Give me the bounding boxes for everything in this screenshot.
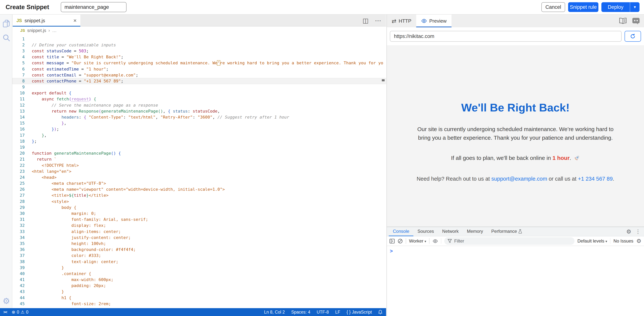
language-mode[interactable]: { } JavaScript [346, 310, 372, 315]
code-line[interactable]: 8const contactPhone = "+1 234 567 89"; [12, 78, 386, 84]
code-text: export default { [32, 91, 72, 95]
code-line[interactable]: 28 <style> [12, 198, 386, 204]
bell-icon[interactable] [378, 310, 382, 314]
issues-counter[interactable]: No Issues [613, 238, 633, 244]
live-expression-eye-icon[interactable] [432, 239, 438, 243]
code-line[interactable]: 36 background-color: #f4f4f4; [12, 247, 386, 253]
encoding[interactable]: UTF-8 [316, 310, 329, 315]
files-icon[interactable] [2, 20, 10, 28]
code-line[interactable]: 45 font-size: 2rem; [12, 301, 386, 307]
tab-snippet-js[interactable]: JS snippet.js × [13, 15, 80, 27]
code-line[interactable]: 34 justify-content: center; [12, 234, 386, 240]
devtools-tab-console[interactable]: Console [389, 227, 414, 236]
code-line[interactable]: 35 height: 100vh; [12, 240, 386, 246]
code-line[interactable]: 29 body { [12, 204, 386, 210]
code-line[interactable]: 4const title = "We'll Be Right Back!"; [12, 54, 386, 60]
code-line[interactable]: 21 return ` [12, 156, 386, 162]
snippet-rule-button[interactable]: Snippet rule [568, 2, 598, 12]
devtools-tab-memory[interactable]: Memory [463, 227, 487, 236]
code-line[interactable]: 46 color: #0056b3; [12, 307, 386, 308]
support-phone-link[interactable]: +1 234 567 89 [578, 176, 612, 182]
console-output[interactable]: > [387, 246, 644, 256]
refresh-button[interactable] [624, 31, 641, 42]
code-text: } [32, 289, 64, 294]
split-editor-icon[interactable]: ◫ [362, 17, 368, 24]
devtools-tab-network[interactable]: Network [438, 227, 463, 236]
code-line[interactable]: 37 color: #333; [12, 253, 386, 259]
devtools-tab-sources[interactable]: Sources [414, 227, 438, 236]
code-text: <meta name="viewport" content="width=dev… [32, 187, 225, 192]
code-line[interactable]: 19 [12, 144, 386, 150]
code-line[interactable]: 23<html lang="en"> [12, 168, 386, 174]
code-line[interactable]: 20function generateMaintenancePage() { [12, 150, 386, 156]
code-line[interactable]: 11 async fetch(request) { [12, 96, 386, 102]
remote-window-icon[interactable]: >< [3, 310, 7, 314]
gear-icon[interactable]: ⚙ [2, 297, 10, 305]
code-line[interactable]: 43 } [12, 289, 386, 295]
more-actions-icon[interactable]: ⋯ [375, 17, 382, 24]
code-line[interactable]: 18}; [12, 138, 386, 144]
code-line[interactable]: 27 <title>${title}</title> [12, 192, 386, 198]
code-line[interactable]: 38 text-align: center; [12, 259, 386, 264]
context-selector[interactable]: Worker▾ [409, 238, 426, 244]
code-editor[interactable]: 12// Define your customizable inputs3con… [12, 35, 386, 308]
cancel-button[interactable]: Cancel [542, 2, 565, 12]
code-line[interactable]: 39 } [12, 264, 386, 270]
code-line[interactable]: 14 headers: { "Content-Type": "text/html… [12, 114, 386, 120]
tab-http[interactable]: ⇄ HTTP [387, 15, 416, 27]
tab-preview[interactable]: Preview [416, 15, 451, 27]
deploy-button[interactable]: Deploy [602, 2, 630, 12]
code-line[interactable]: 15 }, [12, 120, 386, 126]
devtools-tabs: ConsoleSourcesNetworkMemoryPerformance [389, 227, 526, 236]
code-line[interactable]: 13 return new Response(generateMaintenan… [12, 108, 386, 114]
code-line[interactable]: 44 h1 { [12, 295, 386, 301]
code-line[interactable]: 6const estimatedTime = "1 hour"; [12, 66, 386, 72]
snippet-name-input[interactable] [61, 2, 126, 12]
cursor-position[interactable]: Ln 8, Col 2 [264, 310, 285, 315]
search-icon[interactable] [2, 34, 10, 42]
problems-indicator[interactable]: ⊗ 0 ⚠ 0 [12, 310, 28, 315]
code-line[interactable]: 7const contactEmail = "support@example.c… [12, 72, 386, 78]
indentation[interactable]: Spaces: 4 [291, 310, 310, 315]
code-line[interactable]: 3const statusCode = 503; [12, 48, 386, 54]
close-icon[interactable]: × [73, 18, 76, 24]
code-text: font-size: 2rem; [32, 301, 111, 306]
console-prompt-chevron[interactable]: > [390, 248, 393, 254]
code-line[interactable]: 2// Define your customizable inputs [12, 42, 386, 48]
eol-sequence[interactable]: LF [335, 310, 340, 315]
console-sidebar-icon[interactable] [390, 239, 395, 243]
code-line[interactable]: 26 <meta name="viewport" content="width=… [12, 186, 386, 192]
docs-book-icon[interactable] [619, 18, 627, 24]
deploy-dropdown-button[interactable]: ▾ [630, 2, 640, 12]
code-line[interactable]: 24 <head> [12, 174, 386, 180]
filter-input[interactable] [454, 238, 571, 244]
code-line[interactable]: 41 max-width: 600px; [12, 277, 386, 283]
console-settings-icon[interactable]: ⚙ [636, 238, 642, 244]
code-line[interactable]: 16 }); [12, 126, 386, 132]
devtools-settings-icon[interactable]: ⚙ [626, 229, 631, 234]
clear-console-icon[interactable] [398, 239, 403, 244]
code-line[interactable]: 9 [12, 84, 386, 90]
code-line[interactable]: 42 padding: 20px; [12, 283, 386, 289]
breadcrumb[interactable]: JS snippet.js › … [12, 27, 386, 35]
code-line[interactable]: 30 margin: 0; [12, 210, 386, 216]
discord-icon[interactable] [632, 18, 640, 25]
code-line[interactable]: 33 align-items: center; [12, 228, 386, 234]
flask-icon [518, 229, 522, 233]
code-line[interactable]: 5const message = "Our site is currently … [12, 60, 386, 66]
kebab-menu-icon[interactable]: ⋮ [636, 228, 641, 235]
code-line[interactable]: 31 font-family: Arial, sans-serif; [12, 216, 386, 222]
code-line[interactable]: 10export default { [12, 90, 386, 96]
code-line[interactable]: 17 }, [12, 132, 386, 138]
devtools-tab-performance[interactable]: Performance [487, 227, 526, 236]
code-line[interactable]: 40 .container { [12, 270, 386, 276]
preview-url-input[interactable] [390, 31, 622, 42]
code-line[interactable]: 1 [12, 36, 386, 42]
log-levels-selector[interactable]: Default levels▾ [578, 238, 607, 244]
code-line[interactable]: 12 // Serve the maintenance page as a re… [12, 102, 386, 108]
code-line[interactable]: 32 display: flex; [12, 222, 386, 228]
code-line[interactable]: 22 <!DOCTYPE html> [12, 162, 386, 168]
support-email-link[interactable]: support@example.com [491, 176, 547, 182]
console-filter[interactable] [444, 237, 574, 245]
code-line[interactable]: 25 <meta charset="UTF-8"> [12, 180, 386, 186]
